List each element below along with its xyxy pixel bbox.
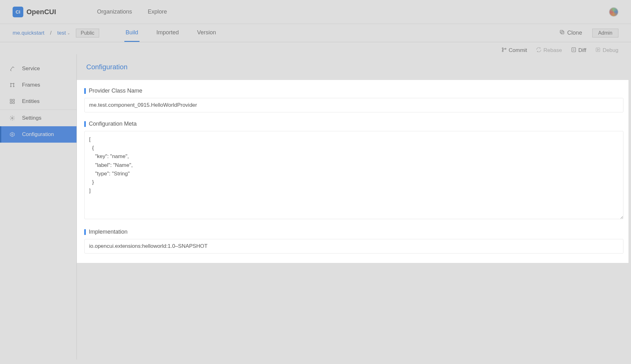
- sidebar-item-label: Frames: [22, 82, 40, 88]
- provider-class-input[interactable]: [84, 98, 623, 112]
- implementation-label: Implementation: [84, 229, 623, 235]
- topbar: CI OpenCUI Organizations Explore: [0, 0, 631, 24]
- svg-point-21: [12, 117, 13, 119]
- sidebar-item-label: Service: [22, 65, 40, 72]
- tab-imported[interactable]: Imported: [155, 24, 180, 42]
- page-title: Configuration: [77, 60, 631, 80]
- diff-icon: [571, 47, 577, 54]
- clone-icon: [559, 29, 565, 37]
- svg-point-12: [10, 86, 11, 87]
- subtabs: Build Imported Version: [124, 24, 217, 42]
- subbar-right: Clone Admin: [559, 29, 618, 37]
- sidebar: Service Frames Entities Settings: [0, 54, 77, 360]
- nav-organizations[interactable]: Organizations: [97, 9, 132, 15]
- subbar: me.quickstart / test ⌄ Public Build Impo…: [0, 24, 631, 42]
- brand[interactable]: CI OpenCUI: [13, 7, 56, 17]
- branch-icon: [501, 47, 507, 54]
- breadcrumb: me.quickstart / test ⌄: [13, 30, 70, 36]
- sidebar-item-label: Configuration: [22, 131, 54, 138]
- sidebar-item-label: Entities: [22, 98, 40, 105]
- svg-point-3: [502, 50, 503, 52]
- sidebar-item-label: Settings: [22, 115, 41, 121]
- chevron-down-icon: ⌄: [67, 31, 70, 35]
- svg-rect-18: [13, 99, 14, 101]
- project-label: test: [57, 30, 66, 36]
- commit-action[interactable]: Commit: [501, 47, 527, 54]
- diff-action[interactable]: Diff: [571, 47, 586, 54]
- top-nav: Organizations Explore: [97, 9, 167, 15]
- visibility-badge[interactable]: Public: [76, 29, 99, 37]
- breadcrumb-project[interactable]: test ⌄: [57, 30, 70, 36]
- svg-rect-17: [10, 99, 12, 101]
- provider-class-field: Provider Class Name: [84, 88, 623, 112]
- entities-icon: [9, 99, 15, 104]
- sidebar-item-service[interactable]: Service: [0, 60, 77, 77]
- diff-label: Diff: [578, 47, 586, 54]
- sidebar-item-configuration[interactable]: Configuration: [0, 126, 77, 143]
- svg-point-2: [502, 48, 503, 49]
- svg-point-4: [505, 48, 506, 49]
- sidebar-item-frames[interactable]: Frames: [0, 77, 77, 93]
- svg-point-13: [13, 86, 14, 87]
- debug-action[interactable]: Debug: [595, 47, 618, 54]
- admin-button[interactable]: Admin: [592, 29, 618, 37]
- sidebar-item-entities[interactable]: Entities: [0, 93, 77, 110]
- avatar[interactable]: [609, 7, 618, 17]
- svg-rect-1: [560, 30, 563, 33]
- nav-explore[interactable]: Explore: [148, 9, 167, 15]
- svg-rect-5: [572, 48, 576, 52]
- breadcrumb-org[interactable]: me.quickstart: [13, 30, 44, 36]
- sidebar-item-settings[interactable]: Settings: [0, 110, 77, 126]
- actionbar: Commit Rebase Diff Debug: [0, 42, 631, 54]
- svg-marker-9: [597, 49, 599, 51]
- svg-rect-0: [561, 31, 564, 34]
- config-meta-field: Configuration Meta: [84, 121, 623, 220]
- clone-button[interactable]: Clone: [559, 29, 582, 37]
- clone-label: Clone: [567, 30, 582, 36]
- svg-rect-20: [13, 102, 14, 104]
- main: Service Frames Entities Settings: [0, 54, 631, 360]
- provider-class-label: Provider Class Name: [84, 88, 623, 94]
- logo-icon: CI: [13, 7, 23, 17]
- svg-rect-8: [596, 48, 600, 52]
- brand-name: OpenCUI: [26, 8, 56, 16]
- tab-version[interactable]: Version: [196, 24, 217, 42]
- rebase-icon: [536, 47, 542, 54]
- rebase-action[interactable]: Rebase: [536, 47, 562, 54]
- config-panel: Provider Class Name Configuration Meta I…: [77, 80, 628, 263]
- rebase-label: Rebase: [543, 47, 562, 54]
- svg-rect-19: [10, 102, 12, 104]
- configuration-icon: [9, 132, 15, 137]
- breadcrumb-sep: /: [50, 30, 52, 36]
- svg-point-10: [10, 83, 11, 84]
- content: Configuration Provider Class Name Config…: [77, 54, 631, 360]
- config-meta-textarea[interactable]: [84, 131, 623, 219]
- debug-icon: [595, 47, 601, 54]
- implementation-input[interactable]: [84, 239, 623, 253]
- frames-icon: [9, 82, 15, 88]
- svg-point-22: [12, 134, 13, 135]
- service-icon: [9, 66, 15, 71]
- gear-icon: [9, 115, 15, 121]
- config-meta-label: Configuration Meta: [84, 121, 623, 127]
- implementation-field: Implementation: [84, 229, 623, 253]
- debug-label: Debug: [603, 47, 618, 54]
- commit-label: Commit: [509, 47, 527, 54]
- svg-point-11: [13, 83, 14, 84]
- tab-build[interactable]: Build: [124, 24, 139, 42]
